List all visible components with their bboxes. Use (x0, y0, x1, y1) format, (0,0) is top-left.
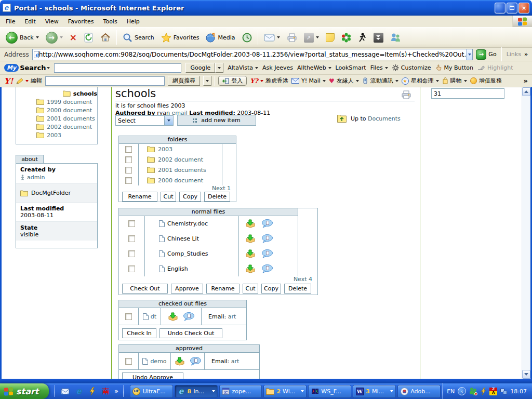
email-owner-link[interactable]: art (231, 358, 240, 365)
file-link[interactable]: Chemistry.doc (167, 220, 208, 227)
task-button-ultraedit[interactable]: UE UltraE... (130, 385, 173, 398)
comment-icon[interactable] (261, 264, 273, 273)
language-indicator[interactable]: EN (447, 388, 455, 395)
looksmart-button[interactable]: LookSmart (336, 64, 366, 71)
folder-checkbox[interactable] (125, 167, 132, 174)
check-out-icon[interactable] (245, 249, 256, 258)
print-button[interactable] (284, 29, 300, 46)
folder-checkbox[interactable] (125, 156, 132, 163)
approve-button[interactable]: Approve (171, 284, 203, 294)
yahoo-websearch-dropdown[interactable] (203, 76, 211, 86)
minimize-button[interactable]: _ (495, 3, 506, 14)
file-checkbox[interactable] (128, 235, 135, 242)
toolbar-grip[interactable] (54, 385, 56, 397)
altavista-dropdown[interactable] (255, 67, 258, 69)
page-number-field[interactable]: 31 (431, 88, 504, 99)
yahoo-shopping-dropdown[interactable] (464, 80, 467, 82)
yahoo-portal-dropdown[interactable] (260, 80, 263, 82)
yahoo-edit-button[interactable]: 編輯 (16, 77, 42, 85)
files-next-link[interactable]: Next 4 (294, 276, 312, 283)
print-page-icon[interactable] (401, 90, 411, 99)
askjeeves-button[interactable]: Ask Jeeves (262, 64, 293, 71)
yahoo-logo[interactable]: Y! (4, 76, 13, 86)
favorites-button[interactable]: Favorites (158, 29, 202, 46)
group-dropdown[interactable] (212, 390, 215, 392)
menu-help[interactable]: Help (122, 16, 144, 27)
maximize-button[interactable] (507, 3, 517, 14)
menu-view[interactable]: View (41, 16, 63, 27)
comment-icon[interactable] (190, 357, 201, 366)
tree-item[interactable]: 1999 document (16, 98, 97, 106)
back-dropdown[interactable] (36, 36, 39, 38)
yahoo-mobile-dropdown[interactable] (395, 80, 398, 82)
altavista-button[interactable]: AltaVista (228, 64, 258, 71)
yahoo-services-button[interactable]: 增值服務 (470, 77, 502, 85)
yahoo-mail-button[interactable]: Y! Mail (291, 77, 326, 84)
check-out-icon[interactable] (245, 219, 256, 228)
copy-button[interactable]: Copy (261, 284, 281, 294)
scroll-down-button[interactable] (522, 370, 530, 379)
yahoo-friends-button[interactable]: ♥ 友緣人 (329, 77, 359, 85)
chevron-tile-button[interactable] (371, 29, 386, 46)
delete-button[interactable]: Delete (284, 284, 311, 294)
tree-root-row[interactable]: schools (16, 89, 97, 98)
folder-link[interactable]: 2001 documents (158, 167, 206, 174)
tree-item[interactable]: 2001 documents (16, 114, 97, 123)
messenger-button[interactable] (388, 29, 404, 46)
nan-app-icon[interactable]: 南 (101, 387, 111, 396)
check-out-icon[interactable] (168, 312, 178, 321)
creator-link[interactable]: admin (27, 174, 45, 181)
messenger-tray-icon[interactable] (469, 387, 477, 395)
google-dropdown[interactable] (215, 63, 223, 73)
mybutton-button[interactable]: My Button (435, 64, 473, 71)
check-out-icon[interactable] (245, 264, 256, 273)
yahoo-edit-dropdown[interactable] (25, 80, 29, 82)
yahoo-portal-button[interactable]: Y? 雅虎香港 (250, 77, 288, 85)
file-link[interactable]: Comp_Studies (167, 250, 208, 257)
forward-dropdown[interactable] (60, 36, 63, 38)
lightning-app-icon[interactable] (87, 387, 97, 396)
google-button[interactable]: Google (185, 63, 215, 73)
menu-favorites[interactable]: Favorites (63, 16, 99, 27)
check-out-icon[interactable] (245, 234, 256, 243)
lightning-tray-icon[interactable] (481, 388, 486, 395)
toolbar-grip[interactable] (123, 385, 125, 397)
task-button-windows-group[interactable]: 2 Wi... (263, 385, 307, 398)
file-link[interactable]: dt (151, 313, 156, 320)
task-button-word-group[interactable]: W 3 Mi... (353, 385, 396, 398)
file-link[interactable]: English (167, 265, 188, 272)
tree-item[interactable]: 2002 document (16, 123, 97, 131)
check-out-button[interactable]: Check Out (122, 284, 168, 294)
action-select[interactable]: Select (115, 115, 174, 126)
links-label[interactable]: Links (507, 51, 521, 58)
edit-dropdown[interactable] (316, 36, 319, 38)
yahoo-friends-dropdown[interactable] (356, 80, 359, 82)
rename-button[interactable]: Rename (122, 192, 157, 202)
tree-item[interactable]: 2003 (16, 131, 97, 139)
comment-icon[interactable] (183, 312, 194, 321)
file-link[interactable]: demo (150, 358, 166, 365)
comment-icon[interactable] (261, 234, 273, 243)
vertical-scrollbar[interactable] (522, 87, 530, 379)
yahoo-astrology-button[interactable]: ★ 星相命理 (402, 77, 439, 85)
alltheweb-dropdown[interactable] (328, 67, 331, 69)
icq-button[interactable] (339, 29, 354, 46)
go-button[interactable]: → Go (476, 49, 496, 60)
rename-button[interactable]: Rename (206, 284, 240, 294)
folders-next-link[interactable]: Next 1 (212, 185, 231, 192)
address-input[interactable]: e http://www.soqhome.com:9082/soq/Docume… (32, 49, 473, 60)
folder-checkbox[interactable] (125, 177, 132, 184)
file-checkbox[interactable] (128, 250, 135, 257)
yahoo-mobile-button[interactable]: 流動通訊 (362, 77, 398, 85)
aim-button[interactable] (355, 29, 369, 46)
zonealarm-tray-icon[interactable]: ZA (489, 388, 497, 395)
task-button-ie-group[interactable]: e 8 In... (175, 385, 218, 398)
media-button[interactable]: Media (203, 29, 237, 46)
home-button[interactable] (98, 29, 113, 46)
yahoo-astrology-dropdown[interactable] (436, 80, 439, 82)
cut-button[interactable]: Cut (161, 192, 176, 202)
undo-check-out-button[interactable]: Undo Check Out (159, 328, 222, 338)
undo-approve-button[interactable]: Undo Approve (122, 373, 183, 379)
menu-file[interactable]: File (1, 16, 20, 27)
language-bar-collapse-icon[interactable]: ‹ (458, 387, 466, 395)
